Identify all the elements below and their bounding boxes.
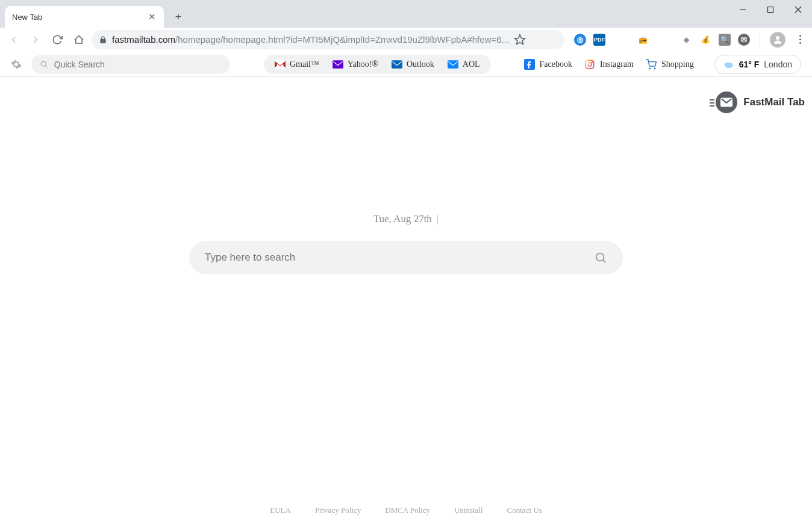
social-link-label: Instagram [600,60,634,69]
gmail-icon [275,60,286,69]
date-separator: | [437,213,439,224]
browser-tab-bar: New Tab ✕ + [0,0,812,28]
tab-title: New Tab [12,13,147,22]
mail-link-gmail[interactable]: Gmail™ [275,60,319,69]
weather-location: London [764,60,792,69]
aol-icon [448,60,458,69]
brand-logo-block: FastMail Tab [716,91,805,113]
svg-point-21 [596,253,604,261]
lock-icon [99,36,107,44]
address-bar[interactable]: fastmailtab.com/homepage/homepage.html?i… [92,30,564,49]
quick-search-input[interactable] [54,60,222,69]
close-window-button[interactable] [784,0,812,19]
social-link-label: Facebook [540,60,572,69]
social-link-instagram[interactable]: Instagram [584,59,634,70]
svg-point-19 [724,63,729,66]
center-block: Tue, Aug 27th| [189,213,623,274]
mail-link-aol[interactable]: AOL [448,60,480,69]
svg-point-16 [649,68,651,69]
footer-link-privacy[interactable]: Privacy Policy [315,506,361,515]
svg-rect-10 [392,60,402,69]
extension-icon-1[interactable]: ◎ [574,34,586,46]
search-icon [40,60,48,69]
weather-widget[interactable]: 61° F London [714,55,801,74]
svg-rect-1 [768,7,773,13]
svg-line-7 [46,66,48,67]
mail-link-label: AOL [463,60,480,69]
svg-point-5 [776,36,779,40]
extension-icons: ◎ PDF 📻 ◈ 💰 🔍 ✉ [574,32,807,48]
social-link-label: Shopping [661,60,694,69]
mail-links-group: Gmail™ Yahoo!® Outlook AOL [264,55,491,74]
svg-point-14 [588,63,592,66]
footer-link-uninstall[interactable]: Uninstall [454,506,483,515]
outlook-icon [392,60,402,69]
maximize-button[interactable] [757,0,784,19]
social-links-group: Facebook Instagram Shopping [524,59,694,70]
divider [760,32,760,47]
footer-links: EULA Privacy Policy DMCA Policy Uninstal… [0,506,812,515]
yahoo-icon [333,60,343,69]
settings-gear-icon[interactable] [11,59,22,70]
url-text: fastmailtab.com/homepage/homepage.html?i… [112,34,509,45]
main-content: FastMail Tab Tue, Aug 27th| EULA Privacy… [0,77,812,520]
footer-link-dmca[interactable]: DMCA Policy [385,506,430,515]
footer-link-contact[interactable]: Contact Us [507,506,542,515]
profile-button[interactable] [770,32,785,48]
svg-line-22 [603,260,605,262]
brand-logo-icon [716,91,737,113]
extension-icon-search[interactable]: 🔍 [719,34,731,46]
mail-link-label: Gmail™ [290,60,319,69]
social-link-facebook[interactable]: Facebook [524,59,572,70]
mail-link-yahoo[interactable]: Yahoo!® [333,60,378,69]
main-search-input[interactable] [205,252,594,264]
forward-button[interactable] [27,31,45,49]
facebook-icon [524,59,535,70]
brand-name: FastMail Tab [743,96,805,108]
social-link-shopping[interactable]: Shopping [646,59,694,70]
home-button[interactable] [70,31,88,49]
instagram-icon [584,59,595,70]
svg-marker-4 [515,34,525,44]
minimize-button[interactable] [729,0,757,19]
chrome-menu-button[interactable] [793,35,807,44]
reload-button[interactable] [48,31,66,49]
svg-rect-9 [333,60,343,69]
date-line: Tue, Aug 27th| [189,213,623,225]
quick-search-box[interactable] [31,55,230,74]
weather-temp: 61° F [739,60,760,69]
svg-point-15 [592,61,593,63]
bookmark-star-icon[interactable] [514,34,526,46]
extension-icon-bag[interactable]: 💰 [699,34,711,46]
weather-icon [723,60,734,69]
browser-toolbar: fastmailtab.com/homepage/homepage.html?i… [0,28,812,52]
extension-icon-pdf[interactable]: PDF [593,34,605,46]
mail-link-outlook[interactable]: Outlook [392,60,434,69]
extension-icon-mail[interactable]: ✉ [738,34,750,46]
extension-icon-radio[interactable]: 📻 [637,34,649,46]
main-search-box[interactable] [189,241,623,274]
new-tab-button[interactable]: + [170,8,187,25]
extension-icon-layers[interactable]: ◈ [680,34,692,46]
window-controls [729,0,812,19]
browser-tab[interactable]: New Tab ✕ [5,6,164,28]
mail-link-label: Outlook [407,60,434,69]
shopping-cart-icon [646,59,657,70]
back-button[interactable] [5,31,23,49]
search-icon[interactable] [594,251,607,264]
footer-link-eula[interactable]: EULA [270,506,291,515]
date-text: Tue, Aug 27th [373,213,432,224]
page-toolbar: Gmail™ Yahoo!® Outlook AOL Facebook Inst… [0,52,812,77]
svg-rect-11 [448,60,458,69]
mail-link-label: Yahoo!® [348,60,378,69]
svg-point-17 [654,68,655,69]
close-tab-icon[interactable]: ✕ [147,12,157,22]
svg-point-6 [41,61,46,66]
